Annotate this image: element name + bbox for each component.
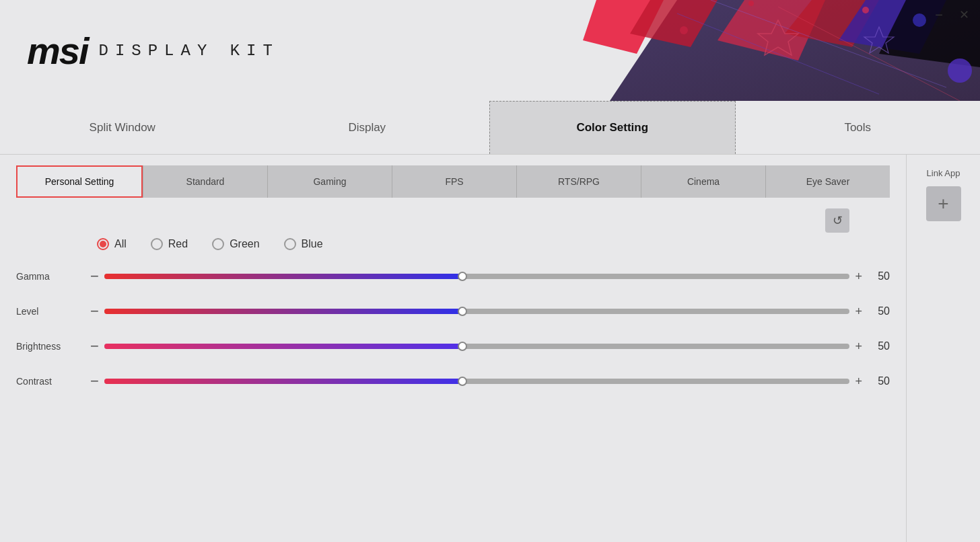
profile-tab-personal[interactable]: Personal Setting — [16, 165, 143, 198]
radio-blue-circle — [284, 238, 296, 250]
brightness-label: Brightness — [16, 341, 90, 352]
color-channel-row: All Red Green Blue — [16, 238, 890, 250]
svg-point-11 — [913, 13, 926, 27]
gamma-slider[interactable] — [104, 274, 850, 279]
level-slider[interactable] — [104, 309, 850, 314]
right-sidebar: Link App + — [906, 155, 980, 542]
contrast-slider[interactable] — [104, 379, 850, 384]
profile-tab-cinema[interactable]: Cinema — [641, 165, 765, 198]
radio-red-circle — [151, 238, 163, 250]
gamma-plus[interactable]: + — [855, 270, 862, 282]
radio-all-circle — [97, 238, 109, 250]
profile-tab-gaming[interactable]: Gaming — [267, 165, 392, 198]
gamma-label: Gamma — [16, 271, 90, 282]
reset-button[interactable]: ↺ — [825, 208, 849, 233]
svg-point-14 — [748, 1, 754, 6]
header-decoration — [542, 0, 980, 101]
header: msi DISPLAY KIT — [0, 0, 980, 101]
radio-blue-label: Blue — [302, 238, 323, 250]
profile-tab-standard[interactable]: Standard — [143, 165, 267, 198]
link-app-label: Link App — [927, 168, 960, 178]
radio-red-label: Red — [168, 238, 188, 250]
link-app-button[interactable]: + — [926, 186, 961, 221]
contrast-value: 50 — [866, 375, 890, 387]
brightness-minus[interactable]: − — [90, 339, 99, 354]
window-controls: − ✕ — [935, 8, 969, 22]
reset-area: ↺ — [16, 208, 890, 233]
level-plus[interactable]: + — [855, 305, 862, 317]
nav-tabs: Split Window Display Color Setting Tools — [0, 101, 980, 155]
close-button[interactable]: ✕ — [959, 8, 969, 22]
brightness-row: Brightness − + 50 — [16, 339, 890, 354]
tab-tools[interactable]: Tools — [736, 101, 981, 154]
brightness-value: 50 — [866, 340, 890, 352]
contrast-label: Contrast — [16, 376, 90, 387]
contrast-minus[interactable]: − — [90, 374, 99, 389]
svg-point-13 — [862, 7, 869, 13]
contrast-row: Contrast − + 50 — [16, 374, 890, 389]
logo-area: msi DISPLAY KIT — [27, 29, 279, 73]
radio-red[interactable]: Red — [151, 238, 188, 250]
profile-tab-eye-saver[interactable]: Eye Saver — [765, 165, 890, 198]
level-minus[interactable]: − — [90, 304, 99, 319]
svg-point-12 — [948, 59, 972, 83]
svg-point-10 — [680, 26, 688, 34]
level-value: 50 — [866, 305, 890, 317]
profile-tab-fps[interactable]: FPS — [392, 165, 516, 198]
tab-color-setting[interactable]: Color Setting — [489, 101, 736, 154]
brightness-slider[interactable] — [104, 344, 850, 349]
radio-all[interactable]: All — [97, 238, 127, 250]
minimize-button[interactable]: − — [935, 8, 943, 22]
level-row: Level − + 50 — [16, 304, 890, 319]
main-panel: Personal Setting Standard Gaming FPS RTS… — [0, 155, 906, 542]
radio-green[interactable]: Green — [212, 238, 259, 250]
radio-blue[interactable]: Blue — [284, 238, 323, 250]
gamma-row: Gamma − + 50 — [16, 269, 890, 284]
radio-all-label: All — [114, 238, 127, 250]
logo-display-kit: DISPLAY KIT — [99, 42, 279, 60]
profile-tab-rts-rpg[interactable]: RTS/RPG — [516, 165, 641, 198]
profile-tabs: Personal Setting Standard Gaming FPS RTS… — [16, 165, 890, 198]
radio-green-label: Green — [230, 238, 259, 250]
tab-display[interactable]: Display — [245, 101, 490, 154]
gamma-minus[interactable]: − — [90, 269, 99, 284]
brightness-plus[interactable]: + — [855, 340, 862, 352]
contrast-plus[interactable]: + — [855, 375, 862, 387]
gamma-value: 50 — [866, 270, 890, 282]
level-label: Level — [16, 306, 90, 317]
content-area: Personal Setting Standard Gaming FPS RTS… — [0, 155, 980, 542]
radio-green-circle — [212, 238, 224, 250]
tab-split-window[interactable]: Split Window — [0, 101, 245, 154]
logo-msi: msi — [27, 29, 88, 73]
